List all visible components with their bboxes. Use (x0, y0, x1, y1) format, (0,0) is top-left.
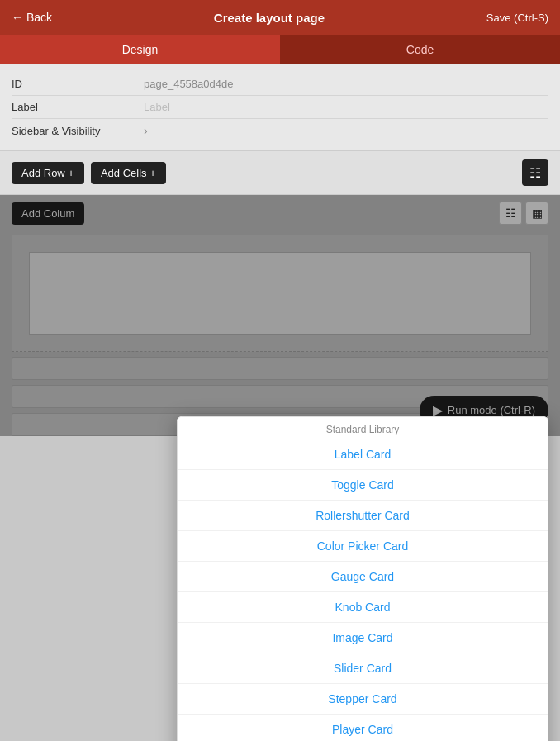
tab-bar: Design Code (0, 35, 560, 64)
layout-icon[interactable]: ☷ (522, 159, 548, 186)
field-sidebar-label: Sidebar & Visibility (12, 125, 144, 137)
field-id-label: ID (12, 78, 144, 90)
chevron-down-icon: › (144, 124, 148, 137)
standard-library-section: Standard Library Label Card Toggle Card … (177, 416, 548, 741)
overlay: Standard Library Label Card Toggle Card … (0, 195, 560, 436)
tab-code[interactable]: Code (280, 35, 560, 64)
tab-design[interactable]: Design (0, 35, 280, 64)
header: ← Back Create layout page Save (Ctrl-S) (0, 0, 560, 35)
modal-item-gauge-card[interactable]: Gauge Card (178, 561, 548, 591)
modal-item-player-card[interactable]: Player Card (178, 714, 548, 741)
modal-item-stepper-card[interactable]: Stepper Card (178, 683, 548, 714)
field-id: ID page_4558a0d4de (12, 73, 548, 96)
add-cells-button[interactable]: Add Cells + (91, 162, 166, 184)
modal-item-label-card[interactable]: Label Card (178, 439, 548, 469)
modal-item-slider-card[interactable]: Slider Card (178, 653, 548, 683)
field-id-value: page_4558a0d4de (144, 78, 548, 90)
modal-item-toggle-card[interactable]: Toggle Card (178, 469, 548, 500)
fields-area: ID page_4558a0d4de Label Label Sidebar &… (0, 64, 560, 151)
modal-item-color-picker-card[interactable]: Color Picker Card (178, 530, 548, 561)
field-label-label: Label (12, 101, 144, 113)
modal: Standard Library Label Card Toggle Card … (177, 416, 548, 741)
modal-item-rollershutter-card[interactable]: Rollershutter Card (178, 500, 548, 530)
add-row-button[interactable]: Add Row + (12, 162, 84, 184)
back-button[interactable]: ← Back (12, 11, 52, 24)
main-content: Add Colum ☷ ▦ ▶ Run mode (Ctrl-R) Standa… (0, 195, 560, 436)
page-title: Create layout page (214, 11, 325, 25)
save-button[interactable]: Save (Ctrl-S) (486, 12, 548, 24)
modal-item-knob-card[interactable]: Knob Card (178, 591, 548, 622)
field-sidebar[interactable]: Sidebar & Visibility › (12, 119, 548, 142)
field-label-value: Label (144, 101, 548, 113)
standard-library-header: Standard Library (178, 417, 548, 439)
field-label[interactable]: Label Label (12, 96, 548, 119)
modal-item-image-card[interactable]: Image Card (178, 622, 548, 653)
toolbar: Add Row + Add Cells + ☷ (0, 151, 560, 195)
